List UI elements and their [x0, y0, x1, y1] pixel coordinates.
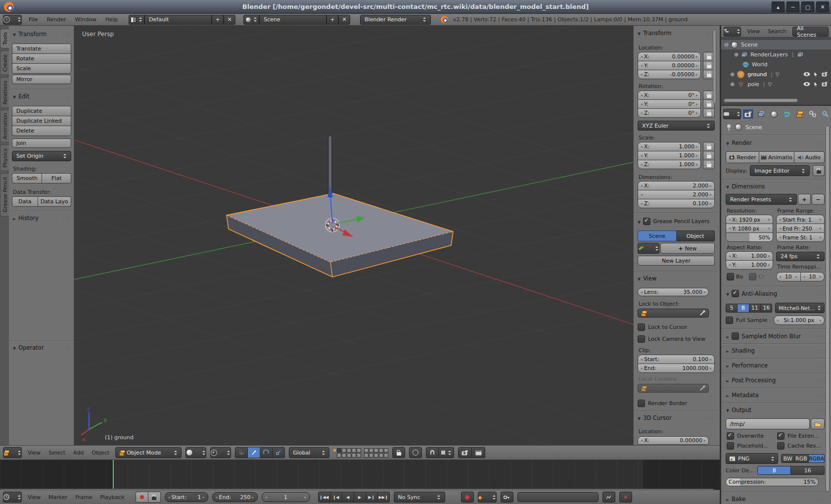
insert-keyframe-button[interactable]: [501, 492, 513, 503]
frame-end-prop-field[interactable]: ◂End Fr: 250▸: [776, 224, 825, 233]
renderability-camera-icon[interactable]: [822, 82, 828, 87]
frame-start-prop-field[interactable]: ◂Start Fra: 1▸: [776, 215, 825, 224]
render-still-button[interactable]: Render: [726, 151, 759, 163]
full-sample-checkbox[interactable]: [726, 317, 733, 324]
tool-tab-physics[interactable]: Physics: [0, 144, 9, 171]
tool-tab-tools[interactable]: Tools: [0, 29, 9, 48]
tab-render-layers[interactable]: [755, 109, 767, 119]
display-lock-button[interactable]: [813, 165, 825, 176]
rotation-x-field[interactable]: ◂X:0°▸: [638, 91, 701, 100]
aa-samples-8[interactable]: 8: [738, 304, 749, 313]
editor-type-selector[interactable]: i: [3, 15, 22, 25]
tab-object[interactable]: [794, 109, 805, 119]
mode-selector[interactable]: Object Mode: [115, 447, 182, 458]
panel-header-grease-pencil-layers[interactable]: Grease Pencil Layers: [638, 218, 713, 225]
menu-view3d-object[interactable]: Object: [90, 450, 111, 456]
panel-grip[interactable]: [818, 362, 826, 369]
channels-rgb-button[interactable]: RGB: [794, 454, 809, 463]
rotate-button[interactable]: Rotate: [12, 53, 71, 64]
duplicate-button[interactable]: Duplicate: [12, 106, 71, 116]
pivot-point-selector[interactable]: [210, 447, 231, 458]
record-button[interactable]: [461, 492, 474, 503]
current-frame-field[interactable]: ◂1▸: [262, 492, 310, 502]
add-scene-button[interactable]: +: [326, 15, 338, 25]
data-button[interactable]: Data: [12, 196, 38, 207]
compression-slider[interactable]: Compression:15%: [726, 478, 819, 486]
panel-header-render[interactable]: Render: [726, 139, 826, 146]
border-checkbox[interactable]: [727, 273, 734, 280]
gp-new-layer-button[interactable]: New Layer: [638, 256, 715, 266]
outliner-row-renderlayers[interactable]: ⊕ RenderLayers |: [721, 50, 831, 59]
expand-icon[interactable]: ⊕: [730, 81, 735, 88]
tool-tab-relations[interactable]: Relations: [0, 77, 9, 108]
data-layout-button[interactable]: Data Layo: [38, 196, 71, 207]
menu-file[interactable]: File: [27, 16, 40, 23]
display-mode-selector[interactable]: Image Editor: [750, 165, 810, 176]
render-animation-button[interactable]: Animatio: [759, 151, 794, 163]
duplicate-linked-button[interactable]: Duplicate Linked: [12, 116, 71, 126]
tab-modifiers[interactable]: [820, 109, 831, 119]
resolution-percentage-slider[interactable]: 50%: [726, 232, 773, 242]
panel-grip[interactable]: [818, 290, 826, 297]
outliner-row-pole[interactable]: ⊕ ▽ pole | ▽: [721, 80, 831, 89]
keying-layered-button[interactable]: [148, 492, 161, 503]
frame-start-field[interactable]: ◂Start:1▸: [165, 492, 208, 502]
panel-header-motion-blur[interactable]: Sampled Motion Blur: [726, 332, 826, 340]
clip-start-field[interactable]: ◂Start:0.100▸: [638, 355, 715, 364]
panel-header-bake[interactable]: Bake: [726, 496, 826, 503]
panel-grip[interactable]: [818, 392, 826, 399]
gp-new-button[interactable]: +New: [660, 243, 715, 254]
crop-checkbox[interactable]: [749, 273, 756, 280]
panel-header-post-processing[interactable]: Post Processing: [726, 377, 826, 384]
tool-tab-grease-pencil[interactable]: Grease Pencil: [0, 173, 9, 217]
delete-layout-button[interactable]: ✕: [224, 15, 235, 25]
scale-y-field[interactable]: ◂Y:1.000▸: [638, 151, 701, 160]
aspect-y-field[interactable]: ◂Y:1.000▸: [726, 260, 773, 270]
lock-to-object-field[interactable]: [638, 309, 709, 318]
cache-result-checkbox[interactable]: [777, 442, 785, 450]
menu-timeline-playback[interactable]: Playback: [98, 494, 126, 501]
channels-rgba-button[interactable]: RGBA: [809, 454, 825, 463]
jump-to-end-button[interactable]: ▶▶❙: [378, 492, 390, 503]
insert-keyframes-button[interactable]: [602, 492, 615, 503]
proportional-edit-button[interactable]: [409, 447, 422, 458]
set-origin-dropdown[interactable]: Set Origin: [12, 151, 71, 161]
menu-window[interactable]: Window: [73, 16, 98, 23]
screen-layout-icon-button[interactable]: [129, 15, 144, 25]
window-minimize-button[interactable]: ─: [786, 1, 799, 12]
ground-object[interactable]: [227, 193, 453, 277]
outliner-row-world[interactable]: World: [721, 60, 831, 69]
tab-scene[interactable]: [768, 109, 780, 119]
gp-source-scene-tab[interactable]: Scene: [638, 230, 677, 241]
selectability-cursor-icon[interactable]: [814, 82, 818, 87]
menu-outliner-search[interactable]: Search: [766, 28, 788, 35]
color-depth-16-button[interactable]: 16: [791, 466, 825, 475]
manipulator-rotate-button[interactable]: [260, 447, 273, 458]
jump-next-keyframe-button[interactable]: ▶❙: [366, 492, 378, 503]
add-layout-button[interactable]: +: [212, 15, 224, 25]
rotation-z-field[interactable]: ◂Z:0°▸: [638, 108, 701, 118]
lock-scale-z-button[interactable]: [703, 160, 715, 169]
shade-smooth-button[interactable]: Smooth: [12, 173, 42, 183]
pin-icon[interactable]: [726, 124, 732, 131]
editor-type-3dview-button[interactable]: [3, 447, 22, 458]
lock-camera-row[interactable]: Lock Camera to View: [638, 335, 705, 343]
properties-scrollbar[interactable]: [826, 126, 830, 492]
panel-grip[interactable]: [818, 333, 826, 340]
manipulator-translate-button[interactable]: [248, 447, 260, 458]
window-shade-button[interactable]: ▴: [772, 1, 785, 12]
remap-old-field[interactable]: ◂10▸: [776, 272, 801, 281]
panel-header-history[interactable]: History: [13, 215, 71, 222]
dimension-z-field[interactable]: ◂Z:0.100▸: [638, 199, 715, 208]
render-border-row[interactable]: Render Border: [638, 400, 688, 407]
visibility-eye-icon[interactable]: [803, 72, 810, 77]
panel-grip[interactable]: [63, 344, 71, 351]
scale-x-field[interactable]: ◂X:1.000▸: [638, 142, 701, 151]
panel-header-anti-aliasing[interactable]: Anti-Aliasing: [726, 290, 826, 297]
color-depth-8-button[interactable]: 8: [757, 466, 791, 475]
auto-keyframe-button[interactable]: [136, 492, 148, 503]
panel-header-output[interactable]: Output: [726, 407, 826, 413]
keying-set-path-field[interactable]: [517, 492, 599, 502]
resolution-x-field[interactable]: ◂X: 1920 px▸: [726, 215, 773, 224]
anti-aliasing-checkbox[interactable]: [732, 290, 739, 297]
